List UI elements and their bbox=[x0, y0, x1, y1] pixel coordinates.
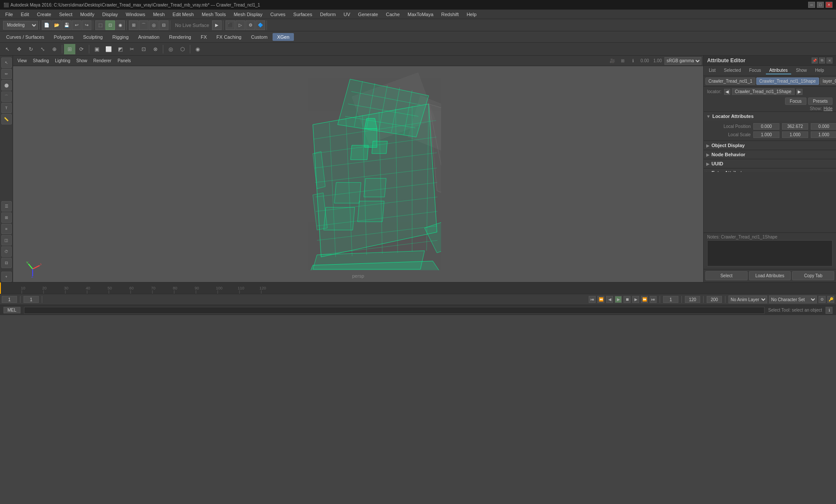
select-icon-btn[interactable]: ↖ bbox=[2, 44, 13, 54]
attr-pin-btn[interactable]: 📌 bbox=[812, 57, 818, 64]
vp-renderer-menu[interactable]: Renderer bbox=[91, 58, 114, 64]
soft-select-btn[interactable]: ⟳ bbox=[76, 44, 87, 54]
move-icon-btn[interactable]: ✥ bbox=[13, 44, 25, 54]
select-tool-btn[interactable]: ⬚ bbox=[95, 20, 105, 30]
play-btn[interactable]: ▶ bbox=[615, 296, 622, 303]
tab-attributes[interactable]: Attributes bbox=[766, 67, 791, 74]
lasso-tool-btn[interactable]: ⊡ bbox=[105, 20, 115, 30]
tab-fx[interactable]: FX bbox=[196, 33, 211, 41]
title-bar-controls[interactable]: ─ □ ✕ bbox=[808, 2, 833, 8]
measure-btn[interactable]: 📏 bbox=[1, 114, 12, 124]
attr-copy-btn[interactable]: ⧉ bbox=[819, 57, 825, 64]
local-scale-y[interactable] bbox=[782, 131, 808, 138]
tab-polygons[interactable]: Polygons bbox=[49, 33, 78, 41]
menu-uv[interactable]: UV bbox=[340, 11, 354, 18]
target-weld-btn[interactable]: ⊗ bbox=[150, 44, 161, 54]
bridge-btn[interactable]: ⬜ bbox=[103, 44, 114, 54]
local-pos-y[interactable] bbox=[782, 123, 808, 130]
rotate-icon-btn[interactable]: ↻ bbox=[25, 44, 37, 54]
tab-focus[interactable]: Focus bbox=[745, 67, 764, 74]
menu-select[interactable]: Select bbox=[56, 11, 76, 18]
curve-tool-btn[interactable]: ⌒ bbox=[1, 91, 12, 102]
extrude-btn[interactable]: ▣ bbox=[91, 44, 102, 54]
node-tab-1[interactable]: Crawler_Tread_ncl1_1 bbox=[705, 77, 755, 85]
viewport-canvas[interactable]: X Y Z persp bbox=[13, 66, 703, 282]
xray-btn[interactable]: ◎ bbox=[165, 44, 176, 54]
connect-btn[interactable]: ⊡ bbox=[138, 44, 149, 54]
timeline-start-frame[interactable] bbox=[24, 296, 39, 303]
menu-deform[interactable]: Deform bbox=[317, 11, 339, 18]
menu-curves[interactable]: Curves bbox=[267, 11, 289, 18]
menu-edit[interactable]: Edit bbox=[17, 11, 33, 18]
menu-modify[interactable]: Modify bbox=[77, 11, 98, 18]
bevel-btn[interactable]: ◩ bbox=[115, 44, 126, 54]
attr-editor-btn[interactable]: ≡ bbox=[1, 224, 12, 234]
timeline-end-frame-input[interactable] bbox=[663, 296, 678, 303]
vp-view-menu[interactable]: View bbox=[15, 58, 30, 64]
timeline-anim-end[interactable] bbox=[707, 296, 722, 303]
mel-tab[interactable]: MEL bbox=[3, 307, 20, 313]
tab-list[interactable]: List bbox=[705, 67, 719, 74]
timeline-range-end[interactable] bbox=[685, 296, 700, 303]
save-button[interactable]: 💾 bbox=[62, 20, 71, 30]
multicut-btn[interactable]: ✂ bbox=[126, 44, 138, 54]
active-tool-btn[interactable]: ⊞ bbox=[64, 44, 75, 54]
menu-mesh-tools[interactable]: Mesh Tools bbox=[198, 11, 229, 18]
copy-tab-button[interactable]: Copy Tab bbox=[792, 271, 834, 280]
text-btn[interactable]: T bbox=[1, 103, 12, 113]
snap-surface-btn[interactable]: ⊟ bbox=[159, 20, 169, 30]
prev-key-btn[interactable]: ⏪ bbox=[597, 296, 604, 303]
locator-prev-btn[interactable]: ◀ bbox=[724, 89, 730, 95]
maximize-button[interactable]: □ bbox=[817, 2, 824, 8]
sculpt-btn[interactable]: ⬤ bbox=[1, 80, 12, 91]
menu-windows[interactable]: Windows bbox=[122, 11, 149, 18]
menu-generate[interactable]: Generate bbox=[354, 11, 381, 18]
hypershade-btn[interactable]: 🔷 bbox=[256, 20, 265, 30]
menu-mesh[interactable]: Mesh bbox=[149, 11, 168, 18]
vp-lighting-menu[interactable]: Lighting bbox=[52, 58, 73, 64]
tab-help[interactable]: Help bbox=[812, 67, 828, 74]
anim-layer-dropdown[interactable]: No Anim Layer bbox=[728, 296, 767, 303]
anim-layer-btn[interactable]: ◫ bbox=[1, 235, 12, 245]
timeline-current-frame[interactable] bbox=[2, 296, 17, 303]
universal-icon-btn[interactable]: ⊕ bbox=[49, 44, 60, 54]
snap-grid-btn[interactable]: ⊞ bbox=[129, 20, 138, 30]
select-mask-btn[interactable]: ↖ bbox=[1, 57, 12, 68]
tab-rendering[interactable]: Rendering bbox=[165, 33, 196, 41]
timeline-ruler[interactable]: 10 20 30 40 50 60 70 80 90 100 bbox=[0, 282, 836, 294]
menu-surfaces[interactable]: Surfaces bbox=[290, 11, 316, 18]
snap-curve-btn[interactable]: ⌒ bbox=[139, 20, 148, 30]
menu-mesh-display[interactable]: Mesh Display bbox=[230, 11, 266, 18]
local-scale-x[interactable] bbox=[753, 131, 779, 138]
paint-select-btn[interactable]: ◉ bbox=[115, 20, 125, 30]
object-display-header[interactable]: ▶ Object Display bbox=[704, 141, 836, 150]
undo-button[interactable]: ↩ bbox=[72, 20, 81, 30]
tab-selected[interactable]: Selected bbox=[721, 67, 745, 74]
go-end-btn[interactable]: ⏭ bbox=[650, 296, 657, 303]
render-seq-btn[interactable]: ▷ bbox=[236, 20, 245, 30]
new-button[interactable]: 📄 bbox=[42, 20, 51, 30]
extra-attributes-header[interactable]: ▶ Extra Attributes bbox=[704, 168, 836, 172]
command-input[interactable] bbox=[24, 307, 765, 314]
tab-sculpting[interactable]: Sculpting bbox=[79, 33, 107, 41]
maya-icon-btn[interactable]: ◉ bbox=[192, 44, 203, 54]
go-start-btn[interactable]: ⏮ bbox=[589, 296, 596, 303]
open-button[interactable]: 📂 bbox=[52, 20, 61, 30]
mode-dropdown[interactable]: Modeling bbox=[3, 21, 38, 30]
attr-close-btn[interactable]: ✕ bbox=[826, 57, 833, 64]
character-set-dropdown[interactable]: No Character Set bbox=[769, 296, 817, 303]
tab-custom[interactable]: Custom bbox=[247, 33, 272, 41]
anim-settings-btn[interactable]: ⚙ bbox=[819, 296, 826, 303]
menu-file[interactable]: File bbox=[2, 11, 17, 18]
redo-button[interactable]: ↪ bbox=[82, 20, 91, 30]
vp-panels-menu[interactable]: Panels bbox=[115, 58, 134, 64]
tab-fx-caching[interactable]: FX Caching bbox=[212, 33, 246, 41]
heads-up-btn[interactable]: ℹ bbox=[628, 56, 638, 66]
menu-cache[interactable]: Cache bbox=[382, 11, 403, 18]
close-button[interactable]: ✕ bbox=[826, 2, 833, 8]
vp-show-menu[interactable]: Show bbox=[74, 58, 90, 64]
add-panels-btn[interactable]: + bbox=[1, 272, 12, 282]
scale-icon-btn[interactable]: ⤡ bbox=[37, 44, 48, 54]
node-behavior-header[interactable]: ▶ Node Behavior bbox=[704, 150, 836, 159]
grid-icon-btn[interactable]: ⊞ bbox=[618, 56, 627, 66]
